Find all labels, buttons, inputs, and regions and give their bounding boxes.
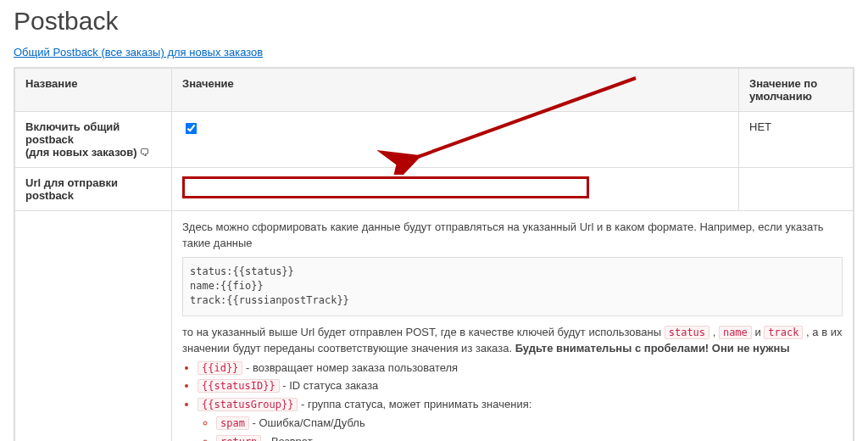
list-item: {{statusGroup}} - группа статуса, может … <box>198 397 843 441</box>
page-title: Postback <box>14 7 854 36</box>
example-code-block: status:{{status}} name:{{fio}} track:{{r… <box>182 257 843 316</box>
enable-postback-checkbox[interactable] <box>186 123 198 135</box>
tokens-list: {{id}} - возвращает номер заказа пользов… <box>198 360 843 441</box>
col-header-default: Значение по умолчанию <box>739 69 854 112</box>
row-enable-label-l2: (для новых заказов) <box>25 146 137 159</box>
help-intro: Здесь можно сформировать какие данные бу… <box>182 220 843 252</box>
help-post-sentence: то на указанный выше Url будет отправлен… <box>182 325 843 357</box>
token-track: track <box>764 326 803 339</box>
list-item: return - Возврат <box>216 434 843 441</box>
table-row: Включить общий postback (для новых заказ… <box>15 112 854 168</box>
table-row: Url для отправки postback <box>15 168 854 211</box>
row-url-label: Url для отправки postback <box>15 168 172 211</box>
row-enable-default: НЕТ <box>739 112 854 168</box>
settings-table: Название Значение Значение по умолчанию … <box>14 68 854 441</box>
list-item: {{id}} - возвращает номер заказа пользов… <box>198 360 843 377</box>
row-help-label <box>15 211 172 442</box>
postback-url-input[interactable] <box>182 176 589 198</box>
list-item: {{statusID}} - ID статуса заказа <box>198 378 843 394</box>
settings-panel: Название Значение Значение по умолчанию … <box>14 67 854 441</box>
help-cell: Здесь можно сформировать какие данные бу… <box>172 211 854 442</box>
token-status: status <box>665 326 709 339</box>
col-header-value: Значение <box>172 69 739 112</box>
row-enable-label-l1: Включить общий postback <box>25 120 120 146</box>
table-row: Здесь можно сформировать какие данные бу… <box>15 211 854 442</box>
comment-icon: 🗨 <box>140 147 150 159</box>
token-name: name <box>719 326 752 339</box>
col-header-name: Название <box>15 69 172 112</box>
row-enable-label: Включить общий postback (для новых заказ… <box>15 112 172 168</box>
status-group-sublist: spam - Ошибка/Спам/Дубль return - Возвра… <box>216 416 843 441</box>
global-postback-link[interactable]: Общий Postback (все заказы) для новых за… <box>14 46 263 59</box>
row-enable-value <box>172 112 739 168</box>
list-item: spam - Ошибка/Спам/Дубль <box>216 416 843 432</box>
row-url-value-cell <box>172 168 739 211</box>
row-url-default <box>739 168 854 211</box>
